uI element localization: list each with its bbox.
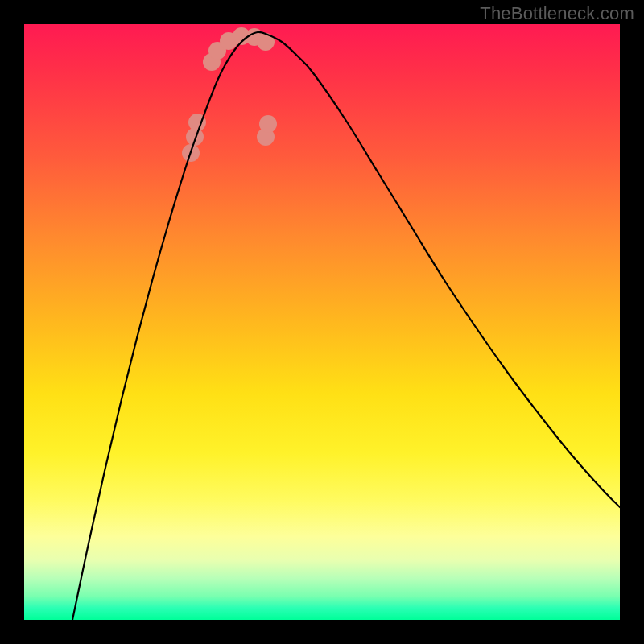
- watermark-text: TheBottleneck.com: [480, 3, 634, 24]
- bottleneck-curve: [72, 32, 620, 620]
- chart-frame: TheBottleneck.com: [0, 0, 644, 644]
- highlight-dot: [259, 115, 277, 133]
- plot-area: [24, 24, 620, 620]
- chart-svg: [24, 24, 620, 620]
- highlight-markers: [182, 27, 277, 162]
